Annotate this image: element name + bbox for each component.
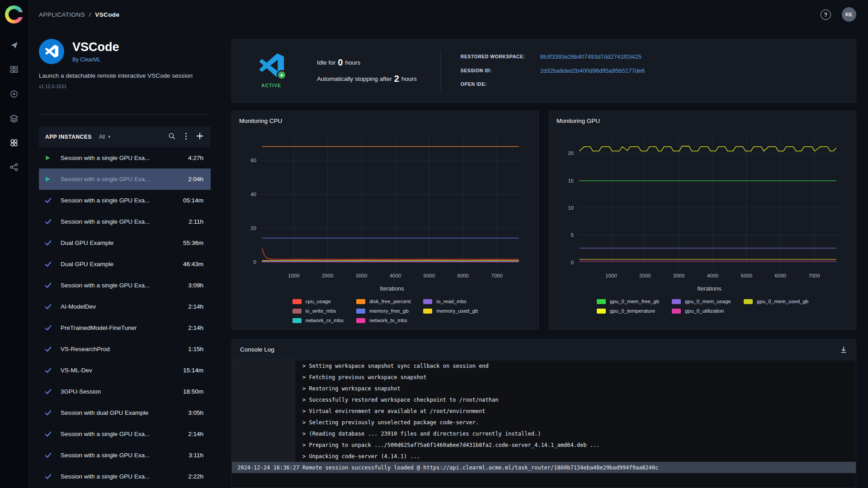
legend-item[interactable]: gpu_0_utilization: [672, 308, 731, 314]
list-item[interactable]: PreTrainedModel-FineTuner2:14h: [39, 317, 211, 338]
console-line: > Unpacking code-server (4.14.1) ...: [232, 450, 856, 462]
list-item[interactable]: Dual GPU Example46:43m: [39, 253, 211, 275]
svg-text:4000: 4000: [390, 273, 401, 278]
legend-item[interactable]: disk_free_percent: [356, 299, 410, 304]
console-timestamp: [232, 360, 295, 371]
legend-item[interactable]: memory_free_gb: [356, 308, 410, 314]
add-instance-button[interactable]: [196, 132, 203, 141]
console-line: > Restoring workspace snapshot: [232, 383, 856, 394]
help-icon[interactable]: ?: [821, 9, 831, 20]
list-item[interactable]: Dual GPU Example55:36m: [39, 232, 211, 253]
gpu-chart: 100020003000400050006000700005101520Iter…: [557, 125, 849, 297]
field-label: SESSION ID:: [461, 67, 528, 74]
svg-text:Iterations: Iterations: [380, 285, 404, 292]
list-item[interactable]: Session with a single GPU Exa...3:09h: [39, 275, 211, 296]
list-item[interactable]: VS-ResearchProd1:15h: [39, 338, 211, 360]
list-item[interactable]: Session with a single GPU Exa...2:04h: [39, 169, 211, 190]
cpu-chart-title: Monitoring CPU: [239, 117, 531, 124]
workers-icon[interactable]: [9, 89, 19, 99]
legend-item[interactable]: cpu_usage: [292, 299, 344, 304]
legend-item[interactable]: network_tx_mbs: [356, 318, 410, 323]
legend-swatch: [672, 299, 681, 304]
console-line: 2024-12-24 16:36:27Remote session succes…: [232, 462, 856, 473]
svg-text:5000: 5000: [424, 273, 435, 278]
clearml-logo[interactable]: [5, 5, 23, 23]
list-item[interactable]: Session with a single GPU Exa...2:22h: [39, 466, 211, 487]
pipelines-icon[interactable]: [9, 163, 19, 172]
list-item[interactable]: 3GPU-Session18:50m: [39, 381, 211, 402]
console-text: > Setting workspace snapshot sync callba…: [295, 363, 489, 369]
cpu-chart-card: Monitoring CPU 1000200030004000500060007…: [231, 111, 539, 330]
legend-label: gpu_0_mem_usage: [685, 299, 731, 304]
svg-text:7000: 7000: [808, 273, 820, 278]
list-item[interactable]: AI-ModelDev2:14h: [39, 296, 211, 317]
app-author-link[interactable]: By ClearML: [72, 56, 119, 63]
instance-duration: 2:04h: [188, 176, 203, 183]
instances-filter[interactable]: All▼: [99, 134, 111, 140]
svg-text:5000: 5000: [741, 273, 753, 278]
applications-icon[interactable]: [9, 138, 19, 147]
console-text: > Preparing to unpack .../500d625af75a6f…: [295, 442, 599, 448]
legend-item[interactable]: io_write_mbs: [292, 308, 344, 314]
instance-duration: 3:11h: [189, 452, 203, 459]
instance-label: Session with a single GPU Exa...: [61, 431, 184, 437]
legend-item[interactable]: gpu_0_mem_usage: [672, 299, 731, 304]
legend-swatch: [423, 309, 432, 314]
svg-text:20: 20: [568, 150, 574, 156]
console-line: > (Reading database ... 23910 files and …: [232, 428, 856, 439]
console-timestamp: [232, 439, 295, 450]
list-item[interactable]: Session with a single GPU Exa...2:14h: [39, 423, 211, 445]
legend-item[interactable]: gpu_0_mem_free_gb: [597, 299, 659, 304]
list-item[interactable]: Session with a single GPU Exa...3:11h: [39, 445, 211, 466]
console-text: > Selecting previously unselected packag…: [295, 419, 479, 426]
left-rail: [0, 0, 28, 488]
legend-swatch: [597, 309, 606, 314]
vscode-status-icon: [259, 53, 284, 79]
divider: [440, 51, 441, 91]
legend-swatch: [292, 309, 302, 314]
series-gpu_0_temperature: [580, 146, 836, 151]
console-text: > Restoring workspace snapshot: [295, 385, 401, 392]
search-icon[interactable]: [168, 132, 176, 142]
status-timers: Idle for0hours Automatically stopping af…: [317, 57, 417, 84]
svg-text:60: 60: [250, 158, 256, 163]
legend-item[interactable]: network_rx_mbs: [292, 318, 344, 323]
projects-icon[interactable]: [9, 65, 19, 74]
list-item[interactable]: Session with a single GPU Exa...05:14m: [39, 190, 211, 211]
list-item[interactable]: Session with dual GPU Example3:05h: [39, 402, 211, 423]
running-icon: [44, 155, 61, 161]
field-value[interactable]: 2d32ba8ded2b400d96d95a95b5177de6: [540, 67, 645, 75]
legend-label: gpu_0_temperature: [610, 308, 655, 314]
launch-icon[interactable]: [9, 41, 19, 50]
list-item[interactable]: Session with a single GPU Exa...4:27h: [39, 147, 211, 169]
legend-item[interactable]: gpu_0_mem_used_gb: [744, 299, 808, 304]
svg-text:7000: 7000: [491, 273, 503, 278]
list-item[interactable]: VS-ML-Dev15:14m: [39, 360, 211, 381]
legend-item[interactable]: io_read_mbs: [423, 299, 478, 304]
instance-label: Session with a single GPU Exa...: [61, 473, 184, 480]
breadcrumb-applications[interactable]: APPLICATIONS: [39, 11, 85, 18]
instance-label: Session with a single GPU Exa...: [61, 155, 184, 161]
console-line: > Preparing to unpack .../500d625af75a6f…: [232, 439, 856, 450]
console-text: > Fetching previous workspace snapshot: [295, 374, 427, 380]
download-log-icon[interactable]: [840, 346, 848, 354]
svg-text:5: 5: [571, 232, 574, 238]
breadcrumb-separator: /: [89, 11, 91, 18]
instance-label: Session with a single GPU Exa...: [61, 218, 184, 225]
svg-text:Iterations: Iterations: [697, 285, 722, 292]
svg-text:10: 10: [568, 205, 574, 211]
legend-item[interactable]: memory_used_gb: [423, 308, 478, 314]
chevron-down-icon: ▼: [107, 135, 111, 139]
list-item[interactable]: Session with a single GPU Exa...2:11h: [39, 211, 211, 232]
instance-label: Session with a single GPU Exa...: [61, 176, 184, 183]
datasets-icon[interactable]: [9, 114, 19, 123]
console-log[interactable]: > Setting workspace snapshot sync callba…: [232, 360, 856, 488]
completed-icon: [44, 366, 61, 374]
completed-icon: [44, 324, 61, 332]
instance-duration: 2:14h: [188, 324, 203, 331]
avatar[interactable]: RE: [842, 7, 856, 22]
field-value[interactable]: 8b3f3393e26b407493d7dd2741f03425: [540, 53, 645, 61]
gpu-chart-card: Monitoring GPU 1000200030004000500060007…: [549, 111, 856, 330]
legend-item[interactable]: gpu_0_temperature: [597, 308, 659, 314]
kebab-menu-icon[interactable]: [185, 132, 187, 142]
